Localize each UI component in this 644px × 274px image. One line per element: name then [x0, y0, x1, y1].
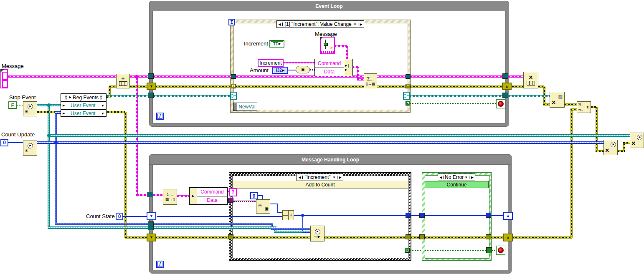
count-update-const-wire[interactable]	[8, 142, 23, 143]
error-wire[interactable]	[596, 150, 604, 152]
variant-data-wire[interactable]	[277, 212, 282, 213]
bundle-by-name-node[interactable]: Command Data ►|►	[314, 59, 353, 76]
generate-user-event-node[interactable]: ⚑ ▪○▶	[310, 226, 325, 241]
bundle-row-command[interactable]: Command	[315, 59, 344, 68]
count-shift-register-left[interactable]: ▼	[147, 212, 156, 220]
dynamic-event-terminal[interactable]: +	[230, 92, 237, 100]
unbundle-by-name-node[interactable]: ► Command Data	[189, 187, 228, 205]
message-icon-wire[interactable]	[334, 45, 347, 47]
unbundle-row-command[interactable]: Command	[197, 188, 227, 196]
error-wire[interactable]	[125, 236, 148, 239]
create-user-event-node[interactable]: ⚑ ✳	[23, 101, 37, 116]
error-wire[interactable]	[155, 236, 230, 239]
user-event-row-label[interactable]: User Event	[65, 111, 101, 116]
tunnel[interactable]	[148, 93, 154, 98]
loop-stop-wire[interactable]	[425, 250, 487, 251]
dynamic-event-terminal[interactable]: +	[403, 92, 410, 100]
timeout-hourglass-icon[interactable]	[228, 19, 235, 25]
tunnel[interactable]	[148, 221, 154, 230]
stop-event-refnum-wire[interactable]	[48, 226, 148, 229]
unregister-for-events-node[interactable]: ▨ ×	[550, 92, 565, 108]
bundle-output-wire[interactable]	[357, 67, 359, 80]
message-event-wire[interactable]	[153, 75, 232, 78]
error-wire[interactable]	[130, 85, 148, 88]
to-variant-node[interactable]: ▣	[296, 66, 310, 73]
tunnel[interactable]	[486, 234, 491, 239]
user-event-row-label[interactable]: User Event	[65, 103, 101, 108]
tunnel[interactable]	[406, 101, 410, 106]
tunnel[interactable]	[405, 248, 410, 253]
count-update-refnum-wire[interactable]	[55, 111, 61, 114]
error-shift-register-left[interactable]: ▼	[147, 234, 156, 241]
bundle-output-wire[interactable]	[352, 66, 358, 68]
error-case-selector-text[interactable]: No Error	[444, 174, 464, 180]
error-wire[interactable]	[155, 85, 232, 88]
count-update-refnum-wire[interactable]	[271, 228, 311, 230]
next-case-arrow[interactable]: ▶	[469, 176, 475, 179]
tunnel[interactable]	[486, 213, 491, 218]
error-wire[interactable]	[124, 112, 127, 238]
add-node[interactable]: +	[282, 210, 294, 220]
case-zero-wire[interactable]	[258, 195, 263, 196]
error-wire[interactable]	[565, 103, 578, 106]
stop-bool-wire[interactable]	[17, 105, 23, 106]
message-event-wire[interactable]	[130, 75, 148, 78]
tunnel[interactable]	[406, 74, 411, 79]
error-wire[interactable]	[570, 109, 573, 238]
prev-case-arrow[interactable]: ◀	[297, 176, 303, 179]
tunnel[interactable]	[419, 213, 425, 218]
error-wire[interactable]	[543, 103, 550, 106]
dropdown-icon[interactable]: ▼	[101, 104, 104, 108]
count-state-wire[interactable]	[157, 216, 282, 217]
loop-stop-wire[interactable]	[492, 250, 496, 251]
error-wire[interactable]	[235, 85, 407, 88]
loop-condition-terminal[interactable]	[496, 246, 505, 255]
count-update-refnum-wire[interactable]	[154, 223, 273, 225]
error-wire[interactable]	[425, 236, 487, 239]
error-case-selector[interactable]: ◀ No Error ▼ ▶	[438, 173, 475, 181]
tunnel[interactable]	[406, 234, 411, 239]
loop-stop-wire[interactable]	[410, 250, 422, 251]
event-registration-wire[interactable]	[153, 95, 232, 97]
increment-string-constant[interactable]: Increment	[258, 59, 284, 67]
register-for-events-node[interactable]: ▤?! ⚑ Reg Events ▤?! ▶ User Event ▼ ▶ Us…	[61, 93, 106, 117]
data-variant-wire[interactable]	[233, 201, 256, 202]
wait-dequeue-event-node[interactable]: Ʃ… ▦→▯	[163, 189, 177, 205]
error-wire[interactable]	[596, 107, 598, 152]
count-update-refnum-wire[interactable]	[55, 112, 57, 225]
destroy-user-event-node[interactable]: ⚑ ×	[630, 133, 644, 148]
message-event-wire[interactable]	[153, 194, 164, 196]
loop-stop-wire[interactable]	[410, 103, 496, 104]
error-wire[interactable]	[538, 85, 544, 88]
count-out-wire[interactable]	[491, 215, 504, 216]
prev-case-arrow[interactable]: ◀	[438, 176, 444, 179]
amount-i32-terminal[interactable]: I32▶	[272, 67, 288, 74]
stop-event-refnum-wire[interactable]	[154, 226, 276, 229]
count-update-constant[interactable]: 0	[0, 139, 8, 146]
count-update-refnum-wire[interactable]	[55, 223, 148, 225]
bundle-row-data[interactable]: Data	[315, 68, 344, 76]
next-case-arrow[interactable]: ▶	[337, 176, 343, 179]
error-wire[interactable]	[410, 85, 504, 88]
event-case-selector-text[interactable]: [1] "Increment": Value Change	[283, 21, 353, 27]
message-event-wire[interactable]	[508, 75, 523, 78]
case-dropdown-icon[interactable]: ▼	[353, 23, 357, 26]
message-event-wire[interactable]	[410, 75, 503, 78]
error-shift-register-right[interactable]: ▲	[503, 234, 513, 241]
event-case-selector[interactable]: ◀ [1] "Increment": Value Change ▼ ▶	[276, 20, 364, 28]
increment-case-selector-text[interactable]: "Increment"	[303, 174, 332, 180]
tunnel[interactable]	[502, 93, 508, 98]
increment-boolean-terminal[interactable]: TF▶	[269, 40, 284, 48]
tunnel[interactable]	[147, 192, 153, 197]
destroy-user-event-node[interactable]: ⚑ ×	[603, 140, 618, 155]
error-shift-register-left[interactable]: ▼	[147, 83, 156, 90]
stop-event-refnum-wire[interactable]	[48, 134, 631, 137]
count-state-constant[interactable]: 0	[116, 213, 123, 220]
case-selector-terminal[interactable]: ?	[229, 188, 237, 196]
case-zero-constant[interactable]: 0	[250, 192, 258, 199]
error-wire[interactable]	[591, 106, 596, 108]
prev-case-arrow[interactable]: ◀	[277, 23, 283, 26]
next-case-arrow[interactable]: ▶	[358, 23, 364, 26]
error-shift-register-right[interactable]: ▲	[502, 83, 512, 90]
tunnel[interactable]	[502, 73, 508, 79]
